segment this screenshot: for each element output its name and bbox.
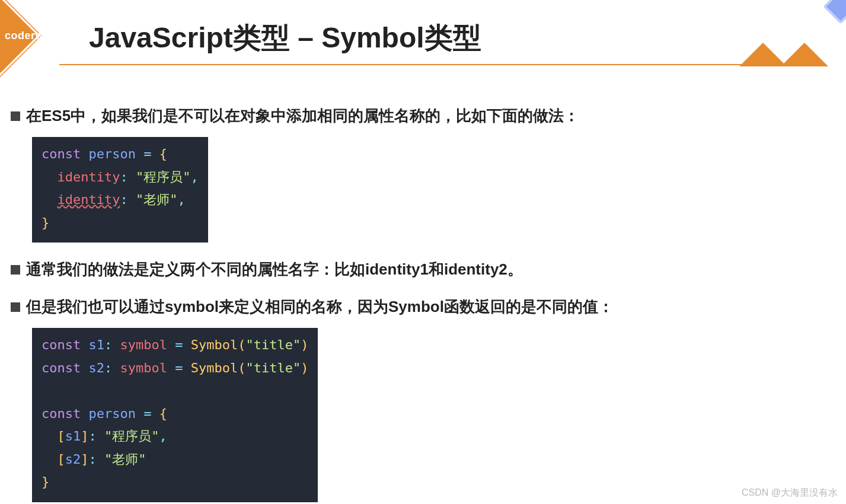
- bullet-1-text: 在ES5中，如果我们是不可以在对象中添加相同的属性名称的，比如下面的做法：: [26, 106, 579, 126]
- bullet-2: 通常我们的做法是定义两个不同的属性名字：比如identity1和identity…: [11, 259, 828, 280]
- indent-dot: [41, 192, 58, 207]
- token-string: "老师": [136, 192, 178, 207]
- token-var: s1: [65, 429, 81, 444]
- token-type: symbol: [120, 337, 167, 352]
- token-bracket: [: [58, 429, 65, 444]
- token-var: s2: [88, 361, 104, 375]
- bullet-square-icon: [11, 265, 20, 275]
- token-operator: =: [136, 406, 159, 421]
- page-title: JavaScript类型 – Symbol类型: [89, 19, 481, 57]
- bullet-2-text: 通常我们的做法是定义两个不同的属性名字：比如identity1和identity…: [26, 259, 523, 280]
- token-bracket: ]: [81, 429, 88, 444]
- token-var: s1: [88, 337, 104, 352]
- token-string: "老师": [104, 452, 146, 467]
- code-block-2: const s1: symbol = Symbol("title") const…: [32, 328, 318, 502]
- token-bracket: ]: [81, 452, 88, 467]
- decor-cube-icon: [823, 0, 846, 24]
- token-var: person: [88, 146, 135, 161]
- token-type: symbol: [120, 361, 167, 375]
- indent-dot: [41, 170, 58, 184]
- decor-wave-icon: [781, 43, 828, 66]
- token-colon: :: [120, 170, 136, 184]
- token-bracket: [: [58, 452, 65, 467]
- token-function: Symbol: [191, 361, 238, 375]
- token-string: "title": [245, 337, 301, 352]
- token-property-error: identity: [58, 192, 120, 207]
- token-keyword: const: [41, 146, 81, 161]
- token-keyword: const: [41, 406, 81, 421]
- token-paren: (: [238, 361, 245, 375]
- token-operator: =: [167, 337, 191, 352]
- token-colon: :: [120, 192, 136, 207]
- token-var: s2: [65, 452, 81, 467]
- decor-wave-icon: [739, 43, 787, 66]
- watermark: CSDN @大海里没有水: [742, 487, 838, 499]
- token-operator: =: [136, 146, 159, 161]
- bullet-1: 在ES5中，如果我们是不可以在对象中添加相同的属性名称的，比如下面的做法：: [11, 106, 828, 126]
- bullet-square-icon: [11, 302, 20, 312]
- slide-root: coderwhy JavaScript类型 – Symbol类型 在ES5中，如…: [0, 0, 846, 504]
- token-comma: ,: [177, 192, 185, 207]
- token-comma: ,: [190, 170, 198, 184]
- token-property: identity: [58, 170, 120, 184]
- bullet-square-icon: [11, 111, 20, 121]
- bullet-3-text: 但是我们也可以通过symbol来定义相同的名称，因为Symbol函数返回的是不同…: [26, 296, 614, 317]
- token-brace: }: [41, 215, 49, 230]
- token-operator: =: [167, 361, 191, 375]
- token-keyword: const: [41, 337, 81, 352]
- token-paren: ): [301, 361, 308, 375]
- token-paren: (: [238, 337, 245, 352]
- token-brace: }: [41, 474, 49, 489]
- token-paren: ): [301, 337, 308, 352]
- token-string: "程序员": [104, 429, 159, 444]
- token-colon: :: [104, 337, 120, 352]
- token-brace: {: [159, 406, 167, 421]
- token-comma: ,: [159, 429, 167, 444]
- token-function: Symbol: [191, 337, 238, 352]
- body-content: 在ES5中，如果我们是不可以在对象中添加相同的属性名称的，比如下面的做法： co…: [11, 89, 828, 502]
- token-var: person: [88, 406, 135, 421]
- bullet-3: 但是我们也可以通过symbol来定义相同的名称，因为Symbol函数返回的是不同…: [11, 296, 828, 317]
- title-underline: [59, 64, 812, 65]
- logo-text: coderwhy: [5, 30, 57, 42]
- code-block-1: const person = { identity: "程序员", identi…: [32, 137, 208, 243]
- token-string: "title": [245, 361, 301, 375]
- token-colon: :: [89, 452, 105, 467]
- token-colon: :: [89, 429, 105, 444]
- token-colon: :: [104, 361, 120, 375]
- token-brace: {: [159, 146, 167, 161]
- token-string: "程序员": [136, 170, 191, 184]
- token-keyword: const: [41, 361, 81, 375]
